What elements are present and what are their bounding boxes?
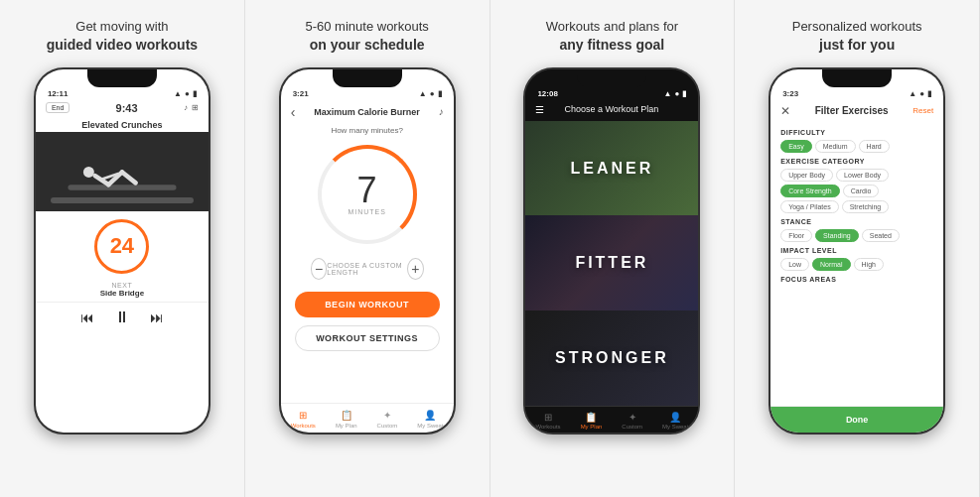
p2-minutes-number: 7 — [357, 173, 377, 208]
p4-chip-seated[interactable]: Seated — [862, 229, 900, 242]
p2-mysweat-icon: 👤 — [424, 410, 436, 421]
p2-tab-workouts[interactable]: ⊞ Workouts — [291, 410, 316, 429]
p4-stance-label: STANCE — [780, 218, 933, 225]
p1-counter-area: 24 — [36, 211, 209, 278]
p3-menu-icon[interactable]: ☰ — [535, 104, 544, 115]
p1-counter-value: 24 — [110, 233, 134, 259]
p2-workout-settings-button[interactable]: WORKOUT SETTINGS — [295, 325, 440, 351]
p4-status-icons: ▲ ● ▮ — [909, 89, 931, 98]
p2-tab-myplan[interactable]: 📋 My Plan — [336, 410, 357, 429]
p4-signal-icon: ▲ — [909, 89, 916, 98]
p4-chip-stretching[interactable]: Stretching — [842, 200, 890, 213]
p3-tab-workouts[interactable]: ⊞ Workouts — [535, 412, 560, 430]
p4-chip-normal[interactable]: Normal — [812, 258, 851, 271]
p1-controls: ⏮ ⏸ ⏭ — [36, 302, 209, 332]
panel-2: 5-60 minute workouts on your schedule 3:… — [245, 0, 490, 497]
p3-workout-cards: LEANER FITTER STRONGER — [525, 121, 698, 406]
p4-chip-high[interactable]: High — [854, 258, 884, 271]
p4-focus-label: FOCUS AREAS — [780, 276, 933, 283]
panel-1-title: Get moving with guided video workouts — [47, 18, 198, 56]
p1-time: 12:11 — [48, 89, 68, 98]
p2-tab-mysweat[interactable]: 👤 My Sweat — [417, 410, 443, 429]
svg-rect-0 — [68, 185, 176, 189]
p4-header-title: Filter Exercises — [815, 105, 889, 116]
p2-timer-ring: 7 MINUTES — [318, 145, 417, 244]
p2-myplan-icon: 📋 — [341, 410, 352, 421]
p1-end-button[interactable]: End — [46, 102, 70, 113]
panel-3-subtitle: Workouts and plans for — [546, 19, 678, 34]
phone-4: 3:23 ▲ ● ▮ ✕ Filter Exercises Reset DIFF… — [769, 67, 945, 435]
p4-difficulty-chips: Easy Medium Hard — [780, 140, 933, 153]
p2-stepper: − CHOOSE A CUSTOM LENGTH + — [281, 250, 454, 288]
p4-close-button[interactable]: ✕ — [780, 104, 790, 118]
phone-3: 12:08 ▲ ● ▮ ☰ Choose a Workout Plan LEAN… — [523, 67, 700, 435]
panel-4-main-title: just for you — [792, 36, 922, 56]
p1-rewind-button[interactable]: ⏮ — [80, 310, 94, 325]
p2-minutes-sublabel: MINUTES — [348, 208, 386, 215]
panel-4-subtitle: Personalized workouts — [792, 19, 922, 34]
p1-status-icons: ▲ ● ▮ — [174, 89, 197, 98]
panel-2-title: 5-60 minute workouts on your schedule — [305, 18, 428, 56]
phone-1-notch — [87, 69, 157, 87]
p3-fitter-label: FITTER — [575, 254, 648, 272]
p2-plus-button[interactable]: + — [407, 258, 424, 280]
p3-status-icons: ▲ ● ▮ — [664, 89, 687, 98]
p4-chip-standing[interactable]: Standing — [815, 229, 859, 242]
p4-chip-upper-body[interactable]: Upper Body — [780, 169, 833, 182]
p1-exercise-name: Elevated Crunches — [36, 118, 209, 132]
p1-exercise-image — [36, 132, 209, 211]
p2-battery-icon: ▮ — [438, 89, 442, 98]
p4-reset-button[interactable]: Reset — [912, 106, 933, 115]
p2-signal-icon: ▲ — [419, 89, 427, 98]
p4-category-label: EXERCISE CATEGORY — [780, 158, 933, 165]
p4-chip-yoga-pilates[interactable]: Yoga / Pilates — [780, 200, 839, 213]
phone-1-screen: 12:11 ▲ ● ▮ End 9:43 ♪ ⊞ Elevated Crunch… — [36, 69, 209, 433]
p2-begin-workout-button[interactable]: BEGIN WORKOUT — [295, 292, 440, 317]
phone-4-notch — [822, 69, 892, 87]
p3-card-stronger[interactable]: STRONGER — [525, 311, 698, 406]
p1-topbar: End 9:43 ♪ ⊞ — [36, 100, 209, 118]
p4-chip-hard[interactable]: Hard — [859, 140, 890, 153]
p3-custom-icon: ✦ — [629, 412, 636, 423]
p2-status-icons: ▲ ● ▮ — [419, 89, 442, 98]
p4-chip-easy[interactable]: Easy — [780, 140, 812, 153]
p2-wifi-icon: ● — [430, 89, 435, 98]
p1-topbar-icons: ♪ ⊞ — [184, 103, 199, 112]
p1-music-icon: ♪ — [184, 103, 188, 112]
p4-chip-low[interactable]: Low — [780, 258, 809, 271]
p4-time: 3:23 — [782, 89, 798, 98]
p3-tab-mysweat[interactable]: 👤 My Sweat — [662, 412, 688, 430]
p3-tab-custom[interactable]: ✦ Custom — [622, 412, 642, 430]
p4-chip-cardio[interactable]: Cardio — [843, 185, 880, 197]
p2-back-button[interactable]: ‹ — [291, 104, 296, 120]
p4-chip-lower-body[interactable]: Lower Body — [836, 169, 889, 182]
p2-header: ‹ Maximum Calorie Burner ♪ — [281, 102, 454, 126]
panel-3: Workouts and plans for any fitness goal … — [490, 0, 736, 497]
p2-music-icon[interactable]: ♪ — [439, 106, 444, 117]
p4-done-button[interactable]: Done — [770, 406, 943, 433]
p2-minus-button[interactable]: − — [311, 258, 328, 280]
p3-time: 12:08 — [537, 89, 557, 98]
p4-stance-chips: Floor Standing Seated — [780, 229, 933, 242]
panel-2-subtitle: 5-60 minute workouts — [305, 19, 428, 34]
p1-forward-button[interactable]: ⏭ — [150, 310, 164, 325]
p2-tab-custom[interactable]: ✦ Custom — [377, 410, 398, 429]
p1-pause-button[interactable]: ⏸ — [114, 309, 130, 326]
p1-figure — [63, 147, 182, 196]
panel-1-subtitle: Get moving with — [75, 19, 168, 34]
p3-tab-myplan[interactable]: 📋 My Plan — [581, 412, 603, 430]
p1-settings-icon: ⊞ — [192, 103, 199, 112]
panel-3-title: Workouts and plans for any fitness goal — [546, 18, 678, 56]
p4-header: ✕ Filter Exercises Reset — [770, 102, 943, 124]
p4-chip-medium[interactable]: Medium — [815, 140, 856, 153]
p4-impact-label: IMPACT LEVEL — [780, 247, 933, 254]
p4-chip-core-strength[interactable]: Core Strength — [780, 185, 840, 197]
phone-4-screen: 3:23 ▲ ● ▮ ✕ Filter Exercises Reset DIFF… — [770, 69, 943, 433]
panel-4-title: Personalized workouts just for you — [792, 18, 922, 56]
p3-card-fitter[interactable]: FITTER — [525, 215, 698, 311]
panel-3-main-title: any fitness goal — [546, 36, 678, 56]
p2-circle-area: 7 MINUTES — [281, 139, 454, 250]
p4-chip-floor[interactable]: Floor — [780, 229, 812, 242]
p3-card-leaner[interactable]: LEANER — [525, 121, 698, 216]
p3-tabbar: ⊞ Workouts 📋 My Plan ✦ Custom 👤 My Sweat — [525, 406, 698, 433]
